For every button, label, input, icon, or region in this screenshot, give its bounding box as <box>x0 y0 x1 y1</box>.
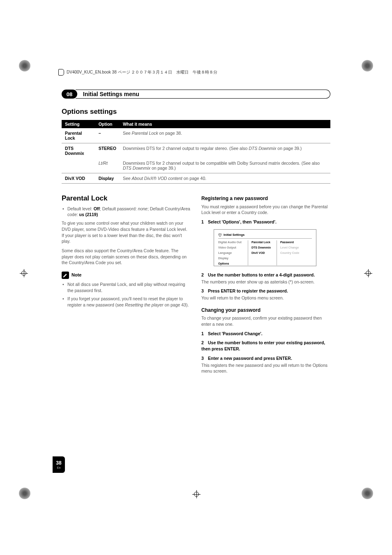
cell-option: Lt/Rt <box>95 158 120 173</box>
registration-mark-br <box>359 485 376 502</box>
registering-heading: Registering a new password <box>201 195 330 202</box>
pencil-icon <box>62 272 69 279</box>
menu-screenshot: Initial Settings Digital Audio Out Video… <box>214 229 316 266</box>
options-table: Setting Option What it means Parental Lo… <box>62 120 330 184</box>
book-icon <box>58 69 64 76</box>
note-heading: Note <box>62 272 191 279</box>
section-title: Options settings <box>62 108 330 116</box>
page-number-tab: 38 En <box>53 456 65 473</box>
page-number: 38 <box>56 460 61 466</box>
body-text: The numbers you enter show up as asteris… <box>201 279 330 285</box>
registration-mark-tr <box>359 58 376 74</box>
chapter-number: 08 <box>62 90 77 99</box>
table-row: DivX VOD Display See About DivX® VOD con… <box>62 173 330 184</box>
body-text: This registers the new password and you … <box>201 362 330 374</box>
crosshair-mb <box>192 490 201 498</box>
chapter-title: Initial Settings menu <box>76 90 330 99</box>
cell-setting: DTS Downmix <box>62 143 95 159</box>
cell-setting: Parental Lock <box>62 128 95 143</box>
body-text: Some discs also support the Country/Area… <box>62 248 191 266</box>
th-setting: Setting <box>62 120 95 128</box>
registration-mark-bl <box>16 485 33 502</box>
body-text: You must register a password before you … <box>201 204 330 216</box>
body-text: To give you some control over what your … <box>62 220 191 244</box>
crosshair-ml <box>20 269 28 277</box>
step: 1Select 'Options', then 'Password'. <box>201 219 330 225</box>
note-bullet: If you forget your password, you'll need… <box>62 296 191 308</box>
screenshot-col1: Digital Audio Out Video Output Language … <box>218 240 248 265</box>
page-lang: En <box>57 466 61 469</box>
table-row: Lt/Rt Downmixes DTS for 2 channel output… <box>62 158 330 173</box>
body-text: To change your password, confirm your ex… <box>201 315 330 327</box>
heart-icon <box>218 233 222 237</box>
th-option: Option <box>95 120 120 128</box>
note-label: Note <box>71 272 81 278</box>
step: 2Use the number buttons to enter your ex… <box>201 340 330 352</box>
step: 2Use the number buttons to enter a 4-dig… <box>201 272 330 278</box>
screenshot-col3: Password Level Change Country Code <box>277 240 312 265</box>
right-column: Registering a new password You must regi… <box>201 193 330 378</box>
print-header: DV400V_KUC_EN.book 38 ページ ２００７年３月１４日 水曜日… <box>58 69 217 76</box>
screenshot-col2: Parental Lock DTS Downmix DivX VOD <box>248 240 277 265</box>
parental-lock-heading: Parental Lock <box>62 193 191 203</box>
chapter-bar: 08 Initial Settings menu <box>62 90 330 99</box>
th-meaning: What it means <box>120 120 330 128</box>
cell-setting: DivX VOD <box>62 173 95 184</box>
defaults-bullet: Default level: Off; Default password: no… <box>62 206 191 218</box>
cell-meaning: See About DivX® VOD content on page 40. <box>120 173 330 184</box>
left-column: Parental Lock Default level: Off; Defaul… <box>62 193 191 378</box>
cell-option: – <box>95 128 120 143</box>
page-content: 08 Initial Settings menu Options setting… <box>53 90 339 467</box>
changing-heading: Changing your password <box>201 307 330 314</box>
cell-setting <box>62 158 95 173</box>
crosshair-mr <box>364 269 372 277</box>
header-text: DV400V_KUC_EN.book 38 ページ ２００７年３月１４日 水曜日… <box>67 69 217 75</box>
step: 3Press ENTER to register the password. <box>201 288 330 294</box>
note-bullet: Not all discs use Parental Lock, and wil… <box>62 281 191 293</box>
screenshot-title: Initial Settings <box>224 233 244 237</box>
table-row: DTS Downmix STEREO Downmixes DTS for 2 c… <box>62 143 330 159</box>
cell-option: STEREO <box>95 143 120 159</box>
registration-mark-tl <box>16 58 33 74</box>
cell-meaning: Downmixes DTS for 2 channel output to be… <box>120 158 330 173</box>
cell-meaning: See Parental Lock on page 38. <box>120 128 330 143</box>
table-row: Parental Lock – See Parental Lock on pag… <box>62 128 330 143</box>
cell-meaning: Downmixes DTS for 2 channel output to re… <box>120 143 330 159</box>
step: 1Select 'Password Change'. <box>201 331 330 337</box>
cell-option: Display <box>95 173 120 184</box>
body-text: You will return to the Options menu scre… <box>201 295 330 301</box>
step: 3Enter a new password and press ENTER. <box>201 355 330 362</box>
